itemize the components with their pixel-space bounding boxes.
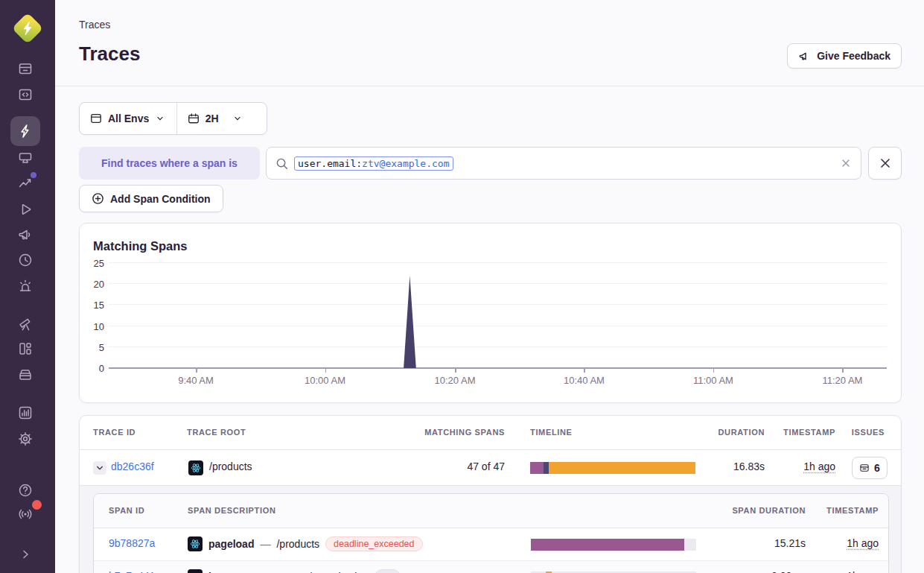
calendar-icon	[188, 113, 200, 124]
sidebar-item-archive[interactable]	[10, 360, 40, 390]
give-feedback-button[interactable]: Give Feedback	[787, 43, 902, 69]
window-icon	[90, 113, 102, 124]
chevron-right-icon	[19, 548, 32, 561]
col-timeline: Timeline	[530, 428, 573, 437]
history-clock-icon	[17, 252, 34, 268]
sidebar-item-alerts[interactable]	[10, 271, 40, 301]
sidebar-collapse-toggle[interactable]	[10, 539, 40, 569]
megaphone-icon	[17, 227, 34, 243]
trace-table-header: Trace ID Trace Root Matching Spans Timel…	[80, 416, 901, 450]
trace-issues-count: 6	[874, 462, 880, 474]
chart-title: Matching Spans	[93, 239, 188, 253]
col-span-id: Span ID	[109, 506, 144, 515]
span-duration: 15.21s	[672, 537, 806, 549]
col-issues: Issues	[821, 428, 885, 437]
span-condition-label: Find traces where a span is	[79, 147, 260, 180]
whats-new-notification-dot	[32, 500, 42, 510]
page-title: Traces	[79, 42, 140, 66]
play-icon	[17, 201, 34, 218]
trace-root: /products	[209, 460, 252, 472]
chart-y-axis: 0510152025	[80, 263, 104, 368]
date-range-filter[interactable]: 2H	[177, 103, 267, 134]
projector-icon	[17, 150, 34, 166]
trace-row[interactable]: db26c36f /products 47 of 47 16.83s 1h ag…	[80, 450, 901, 486]
give-feedback-label: Give Feedback	[817, 50, 890, 62]
storage-box-icon	[17, 367, 34, 383]
insights-notification-dot	[31, 172, 36, 178]
search-icon	[275, 157, 288, 170]
code-folder-icon	[17, 86, 34, 103]
token-key: user.email:	[298, 158, 362, 169]
remove-condition-button[interactable]	[868, 147, 902, 180]
trace-timeline-bar	[530, 462, 695, 474]
col-span-description: Span Description	[188, 506, 276, 515]
span-separator: —	[260, 538, 270, 550]
plus-circle-icon	[92, 192, 104, 205]
sidebar-item-settings[interactable]	[10, 424, 40, 454]
close-icon	[879, 156, 892, 170]
trace-issues-button[interactable]: 6	[852, 457, 888, 479]
span-row[interactable]: b7a7e441 ex http.server — GET /organizat…	[94, 561, 888, 573]
sidebar-item-explore[interactable]	[10, 80, 40, 110]
chart-x-axis: 9:40 AM10:00 AM10:20 AM10:40 AM11:00 AM1…	[109, 375, 887, 388]
token-value: ztv@example.com	[362, 158, 449, 169]
span-table: Span ID Span Description Span Duration T…	[93, 493, 889, 573]
lightning-icon	[17, 123, 34, 139]
telescope-icon	[17, 316, 34, 332]
span-search-input[interactable]: user.email:ztv@example.com	[266, 147, 861, 180]
sidebar-item-releases[interactable]	[10, 245, 40, 275]
siren-icon	[17, 278, 34, 294]
dashboard-icon	[17, 341, 34, 357]
span-duration: 2.00ms	[672, 570, 806, 573]
add-span-condition-label: Add Span Condition	[110, 193, 211, 205]
col-trace-id: Trace ID	[93, 428, 136, 437]
issues-inbox-icon	[859, 463, 870, 473]
col-trace-root: Trace Root	[187, 428, 246, 437]
sidebar-item-dashboards[interactable]	[10, 334, 40, 364]
trace-timestamp: 1h ago	[771, 460, 835, 472]
col-matching-spans: Matching Spans	[392, 428, 505, 437]
span-id-link[interactable]: b7a7e441	[109, 570, 155, 573]
issues-icon	[17, 60, 34, 77]
date-range-label: 2H	[205, 113, 219, 124]
react-icon	[188, 460, 203, 475]
span-description: pageload — /products deadline_exceeded	[188, 536, 423, 551]
span-status-badge: deadline_exceeded	[325, 536, 422, 551]
breadcrumb[interactable]: Traces	[79, 19, 110, 31]
col-duration: Duration	[675, 428, 765, 437]
clear-search-icon[interactable]	[840, 157, 852, 169]
sidebar-item-traces[interactable]	[10, 116, 40, 146]
sidebar-item-issues[interactable]	[10, 54, 40, 83]
span-op: pageload	[208, 538, 254, 550]
col-span-timestamp: Timestamp	[813, 506, 879, 515]
help-icon	[17, 482, 34, 498]
app-logo[interactable]	[12, 13, 43, 44]
trace-id-link[interactable]: db26c36f	[111, 460, 154, 472]
trace-duration: 16.83s	[675, 460, 765, 472]
span-target: /products	[276, 538, 319, 550]
react-icon	[188, 536, 203, 551]
span-row[interactable]: 9b78827a pageload — /products deadline_e…	[94, 528, 888, 561]
sidebar-item-whats-new[interactable]	[10, 499, 40, 529]
sidebar-item-insights[interactable]	[10, 168, 40, 198]
trace-results-table: Trace ID Trace Root Matching Spans Timel…	[79, 415, 902, 573]
add-span-condition-button[interactable]: Add Span Condition	[79, 185, 223, 212]
span-timestamp: 1h ago	[813, 537, 879, 549]
matching-spans-chart-card: Matching Spans 0510152025 9:40 AM10:00 A…	[79, 223, 902, 403]
chevron-down-icon	[232, 113, 243, 124]
gear-icon	[17, 431, 34, 447]
environment-filter[interactable]: All Envs	[80, 103, 176, 134]
chevron-down-icon	[95, 463, 104, 472]
header-divider	[55, 86, 924, 86]
trace-expanded-section: Span ID Span Description Span Duration T…	[80, 486, 901, 573]
sidebar-item-stats[interactable]	[10, 398, 40, 428]
page-filter-bar: All Envs 2H	[79, 102, 267, 135]
collapse-trace-button[interactable]	[93, 461, 106, 475]
chart-plot	[109, 263, 887, 368]
trend-chart-icon	[17, 175, 34, 191]
environment-filter-label: All Envs	[108, 113, 149, 124]
span-id-link[interactable]: 9b78827a	[109, 537, 155, 549]
sidebar	[0, 0, 55, 573]
search-filter-token[interactable]: user.email:ztv@example.com	[294, 156, 453, 171]
broadcast-icon	[17, 506, 34, 522]
